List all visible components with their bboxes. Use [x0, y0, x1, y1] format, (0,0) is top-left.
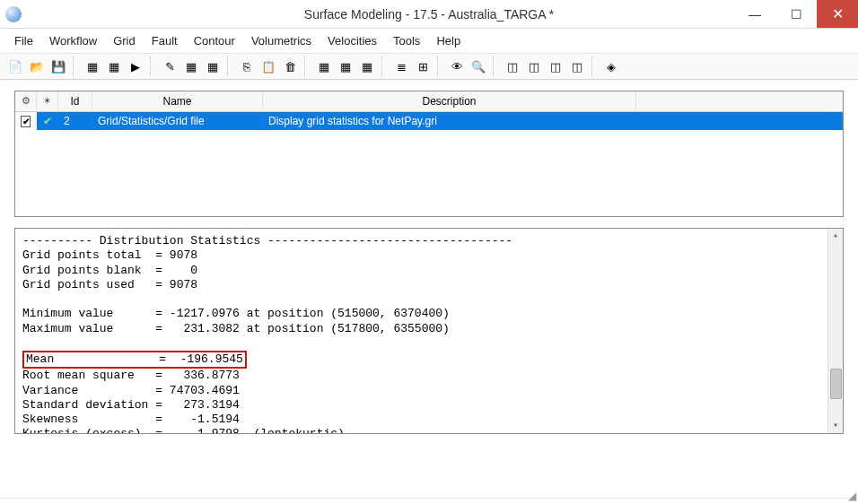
new-icon[interactable]: 📄 [5, 56, 25, 76]
stats-line: Standard deviation = 273.3194 [22, 398, 836, 413]
paste-icon[interactable]: 📋 [258, 56, 278, 76]
stats-mean-highlight: Mean = -196.9545 [22, 351, 836, 369]
statusbar [0, 498, 858, 504]
scroll-thumb[interactable] [830, 369, 842, 399]
colgrid3-icon[interactable]: ▦ [357, 56, 377, 76]
toolbar-separator [150, 56, 155, 76]
open-icon[interactable]: 📂 [27, 56, 47, 76]
table-icon[interactable]: ⊞ [413, 56, 433, 76]
stats-line: Root mean square = 336.8773 [22, 369, 836, 383]
scroll-up-icon[interactable]: ▴ [828, 229, 843, 244]
edit2-icon[interactable]: ▦ [181, 56, 201, 76]
workarea: ⚙ ✶ Id Name Description ✔ ✔ 2 Grid/Stati… [0, 80, 858, 498]
stats-line: Minimum value = -1217.0976 at position (… [22, 307, 836, 321]
task-grid-empty [15, 130, 843, 216]
stats-line: Variance = 74703.4691 [22, 384, 836, 398]
stats-output-panel: ---------- Distribution Statistics -----… [14, 228, 844, 434]
app-icon [5, 6, 22, 22]
save-icon[interactable]: 💾 [48, 56, 68, 76]
stats-line [22, 336, 836, 351]
row-checkbox[interactable]: ✔ [21, 116, 31, 127]
grid2-icon[interactable]: ▦ [104, 56, 124, 76]
stats-header: ---------- Distribution Statistics -----… [22, 234, 836, 248]
task-grid-panel: ⚙ ✶ Id Name Description ✔ ✔ 2 Grid/Stati… [14, 91, 844, 217]
menu-velocities[interactable]: Velocities [320, 32, 384, 49]
zoom-icon[interactable]: 🔍 [468, 56, 488, 76]
maximize-button[interactable]: ☐ [775, 0, 817, 28]
win3-icon[interactable]: ◫ [546, 56, 565, 76]
menu-tools[interactable]: Tools [386, 32, 427, 49]
stats-line: Kurtosis (excess) = 1.9798 (leptokurtic) [22, 427, 836, 434]
eye-icon[interactable]: 👁 [447, 56, 467, 76]
menu-grid[interactable]: Grid [106, 32, 143, 49]
header-spare [636, 91, 843, 111]
stats-line: Maximum value = 231.3082 at position (51… [22, 322, 836, 336]
resize-grip-icon[interactable]: ◢ [848, 490, 856, 502]
stats-line [22, 292, 836, 307]
menubar: FileWorkflowGridFaultContourVolumetricsV… [0, 29, 858, 53]
header-description[interactable]: Description [263, 91, 636, 111]
colgrid2-icon[interactable]: ▦ [336, 56, 355, 76]
copy-icon[interactable]: ⎘ [237, 56, 257, 76]
edit1-icon[interactable]: ✎ [160, 56, 179, 76]
toolbar-separator [304, 56, 310, 76]
header-id[interactable]: Id [58, 91, 92, 111]
trash-icon[interactable]: 🗑 [280, 56, 300, 76]
minimize-button[interactable]: — [734, 0, 775, 28]
row-description: Display grid statistics for NetPay.gri [263, 112, 843, 130]
menu-help[interactable]: Help [429, 32, 468, 49]
titlebar: Surface Modeling - 17.5 - Australia_TARG… [0, 0, 858, 29]
row-status-icon: ✔ [37, 112, 58, 130]
stats-line: Grid points total = 9078 [22, 248, 836, 263]
win2-icon[interactable]: ◫ [524, 56, 544, 76]
grid1-icon[interactable]: ▦ [83, 56, 102, 76]
list-icon[interactable]: ≣ [391, 56, 411, 76]
stats-line: Grid points blank = 0 [22, 264, 836, 278]
menu-contour[interactable]: Contour [187, 32, 242, 49]
toolbar-separator [437, 56, 442, 76]
header-settings-icon[interactable]: ⚙ [15, 91, 37, 111]
toolbar: 📄📂💾▦▦▶✎▦▦⎘📋🗑▦▦▦≣⊞👁🔍◫◫◫◫◈ [0, 53, 858, 80]
menu-fault[interactable]: Fault [144, 32, 185, 49]
toolbar-separator [381, 56, 387, 76]
row-name: Grid/Statistics/Grid file [92, 112, 263, 130]
edit3-icon[interactable]: ▦ [203, 56, 223, 76]
row-checkbox-cell[interactable]: ✔ [15, 112, 37, 130]
stats-scrollbar[interactable]: ▴ ▾ [827, 229, 843, 433]
scroll-down-icon[interactable]: ▾ [828, 419, 843, 434]
stats-line: Grid points used = 9078 [22, 278, 836, 292]
win4-icon[interactable]: ◫ [567, 56, 587, 76]
colgrid1-icon[interactable]: ▦ [314, 56, 334, 76]
window-title: Surface Modeling - 17.5 - Australia_TARG… [0, 7, 858, 22]
close-button[interactable]: ✕ [817, 0, 858, 28]
header-status-icon[interactable]: ✶ [37, 91, 58, 111]
toolbar-separator [591, 56, 597, 76]
win1-icon[interactable]: ◫ [503, 56, 522, 76]
menu-file[interactable]: File [7, 32, 40, 49]
help-icon[interactable]: ◈ [601, 56, 621, 76]
row-id: 2 [58, 112, 92, 130]
run-icon[interactable]: ▶ [126, 56, 145, 76]
toolbar-separator [73, 56, 78, 76]
toolbar-separator [493, 56, 498, 76]
menu-workflow[interactable]: Workflow [42, 32, 104, 49]
task-grid-header: ⚙ ✶ Id Name Description [15, 91, 843, 112]
menu-volumetrics[interactable]: Volumetrics [244, 32, 319, 49]
toolbar-separator [227, 56, 232, 76]
header-name[interactable]: Name [92, 91, 263, 111]
task-row[interactable]: ✔ ✔ 2 Grid/Statistics/Grid file Display … [15, 112, 843, 130]
stats-mean-line: Mean = -196.9545 [22, 351, 247, 369]
stats-line: Skewness = -1.5194 [22, 413, 836, 427]
